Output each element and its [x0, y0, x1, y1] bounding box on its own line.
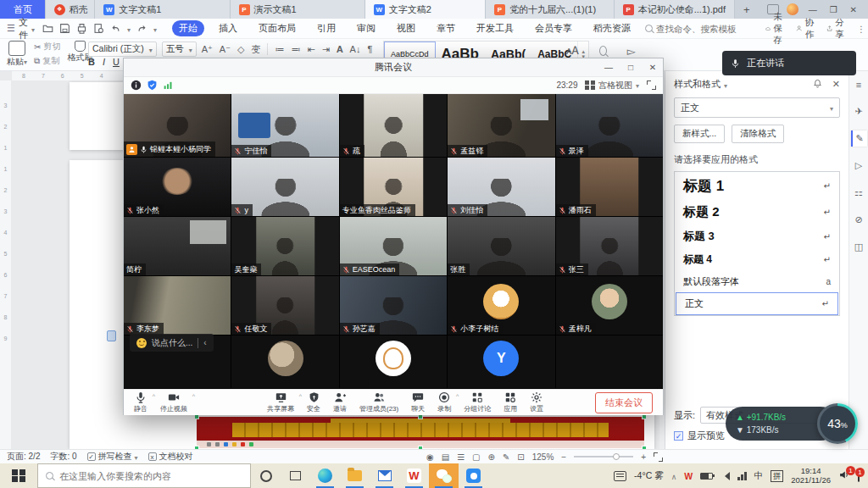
menu-dev-tools[interactable]: 开发工具	[470, 20, 520, 36]
font-size-select[interactable]: 五号	[162, 42, 197, 57]
ime-language[interactable]: 中	[754, 470, 764, 482]
battery-icon[interactable]	[700, 473, 713, 480]
zoom-level[interactable]: 125%	[532, 452, 554, 462]
spell-check-toggle[interactable]: ✓拼写检查	[87, 451, 138, 463]
video-tile[interactable]: 张小然	[124, 158, 231, 216]
cut-button[interactable]: ✂剪切	[34, 41, 60, 53]
video-tile[interactable]: 专业鱼香肉丝品鉴师	[340, 158, 447, 216]
shrink-font-icon[interactable]: A⁻	[220, 44, 231, 55]
taskbar-edge[interactable]	[310, 463, 340, 488]
bold-button[interactable]: B	[88, 57, 95, 67]
clear-format-button[interactable]: 清除格式	[732, 125, 784, 143]
network-icon[interactable]	[737, 472, 747, 480]
video-tile[interactable]: 张三	[556, 217, 663, 275]
video-tile[interactable]: 刘佳怡	[448, 158, 554, 216]
video-tile[interactable]: 孟梓凡	[556, 276, 663, 335]
page-view-icon[interactable]: ▤	[442, 452, 449, 462]
undo-icon[interactable]	[110, 23, 121, 34]
apps-button[interactable]: 应用	[504, 391, 517, 413]
copy-button[interactable]: ⧉复制	[34, 55, 60, 67]
zoom-out-button[interactable]: −	[561, 452, 566, 462]
cortana-button[interactable]	[251, 463, 281, 488]
bell-icon[interactable]	[813, 79, 822, 90]
numbered-list-icon[interactable]: ≕	[291, 44, 300, 55]
wps-tray-icon[interactable]: W	[684, 471, 693, 481]
file-menu[interactable]: ☰ 文件	[7, 16, 35, 42]
save-status[interactable]: 未保存	[765, 11, 787, 47]
meeting-info-icon[interactable]	[131, 80, 142, 91]
tab-party-ppt[interactable]: 党的十九届六...(1)(1)	[486, 0, 615, 19]
taskbar-tencent-meeting[interactable]	[459, 463, 488, 488]
taskbar-wps[interactable]: W	[399, 463, 429, 488]
video-tile[interactable]	[340, 336, 447, 388]
tab-doc1[interactable]: 文字文稿1	[95, 0, 230, 19]
menu-member[interactable]: 会员专享	[528, 20, 579, 36]
video-tile[interactable]: 景泽	[556, 94, 663, 157]
open-folder-icon[interactable]	[42, 23, 53, 34]
eye-protection-icon[interactable]: ◉	[426, 452, 434, 462]
collapse-sidebar-icon[interactable]: ≡	[851, 76, 867, 92]
video-tile[interactable]: 孙艺嘉	[340, 276, 447, 335]
underline-button[interactable]: U	[113, 57, 120, 67]
collaborate-button[interactable]: 协作	[796, 17, 817, 41]
menu-docer-resources[interactable]: 稻壳资源	[587, 20, 637, 36]
selection-pane-icon[interactable]: ▷	[851, 158, 867, 174]
tencent-meeting-window[interactable]: 腾讯会议 — □ ✕ 23:29 宫格视图	[123, 58, 664, 415]
tab-presentation1[interactable]: 演示文稿1	[231, 0, 365, 19]
fullscreen-icon[interactable]	[654, 452, 663, 462]
meeting-title-bar[interactable]: 腾讯会议 — □ ✕	[124, 58, 663, 77]
mute-button[interactable]: 静音^	[134, 391, 147, 413]
chevron-icon[interactable]: ^	[456, 393, 459, 399]
invite-button[interactable]: 邀请	[333, 391, 347, 413]
paragraph-mark-icon[interactable]: ¶	[367, 44, 372, 54]
grow-font-icon[interactable]: A⁺	[202, 44, 213, 55]
task-view-button[interactable]	[281, 463, 310, 488]
video-tile[interactable]: 孟益铎	[448, 94, 554, 157]
style-heading2-item[interactable]: 标题 2↵	[675, 200, 839, 225]
embedded-image-selected[interactable]	[197, 417, 644, 448]
menu-references[interactable]: 引用	[310, 20, 342, 36]
taskbar-search[interactable]	[37, 463, 251, 488]
meeting-minimize-button[interactable]: —	[598, 63, 619, 72]
tray-message-notification[interactable]: 1	[858, 471, 860, 481]
video-tile[interactable]: y	[231, 158, 338, 216]
help-icon[interactable]: ⊘	[851, 212, 867, 228]
video-tile[interactable]: 吴奎燊	[231, 217, 338, 275]
video-tile[interactable]: EASEOcean	[340, 217, 447, 275]
menu-review[interactable]: 审阅	[350, 20, 382, 36]
bullet-list-icon[interactable]: ≔	[275, 44, 284, 55]
proofing-toggle[interactable]: x文档校对	[148, 451, 193, 463]
menu-section[interactable]: 章节	[430, 20, 462, 36]
zoom-slider-knob[interactable]	[613, 453, 620, 460]
text-tool-icon[interactable]: 🗚	[566, 44, 579, 58]
record-button[interactable]: 录制^	[437, 391, 451, 413]
style-body-item-selected[interactable]: 正文↵	[676, 292, 838, 315]
stop-video-button[interactable]: 停止视频^	[160, 391, 187, 413]
tab-doc2-active[interactable]: 文字文稿2	[365, 0, 486, 19]
menu-view[interactable]: 视图	[390, 20, 422, 36]
chat-placeholder[interactable]: 说点什么...	[152, 337, 192, 349]
find-command-input[interactable]	[656, 24, 758, 34]
video-tile[interactable]: 简柠	[124, 217, 231, 275]
fullscreen-icon[interactable]	[647, 80, 656, 90]
network-signal-icon[interactable]	[163, 80, 174, 91]
meeting-security-shield-icon[interactable]	[147, 80, 158, 91]
video-tile[interactable]	[556, 336, 663, 388]
manage-members-button[interactable]: 管理成员(23)	[359, 391, 398, 413]
save-icon[interactable]	[59, 23, 70, 34]
video-tile[interactable]: 小李子树结	[448, 276, 554, 335]
taskbar-explorer[interactable]	[340, 463, 370, 488]
style-heading1-item[interactable]: 标题 1↵	[675, 172, 839, 200]
font-family-select[interactable]: Calibri (正文)	[88, 42, 157, 57]
edit-mode-icon[interactable]: ✎	[503, 452, 509, 462]
menu-insert[interactable]: 插入	[212, 20, 244, 36]
more-options-icon[interactable]	[856, 24, 865, 34]
menu-page-layout[interactable]: 页面布局	[252, 20, 303, 36]
collapse-chat-icon[interactable]: ‹	[203, 338, 206, 347]
video-tile[interactable]: 宁佳怡	[231, 94, 338, 157]
chevron-icon[interactable]: ^	[153, 393, 155, 399]
chevron-down-icon[interactable]	[724, 80, 727, 90]
fit-page-icon[interactable]: ⊡	[517, 452, 524, 462]
video-tile[interactable]	[231, 336, 338, 388]
ime-mode-icon[interactable]: 拼	[771, 470, 783, 482]
